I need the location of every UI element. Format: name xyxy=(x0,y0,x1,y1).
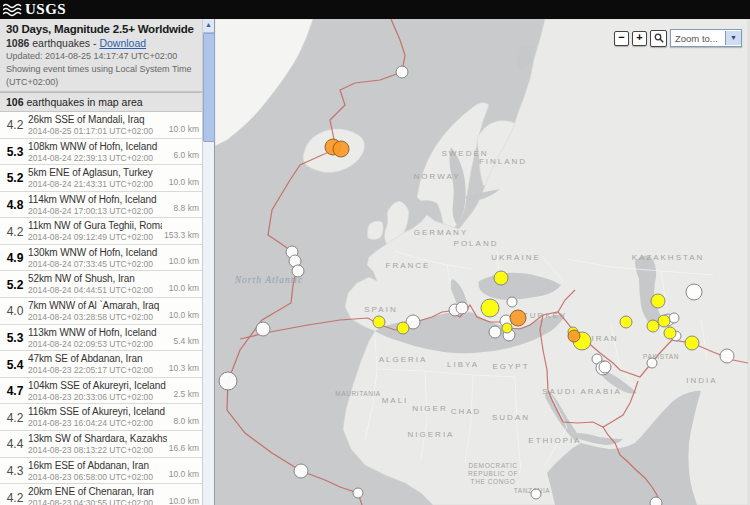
earthquake-marker[interactable] xyxy=(651,294,665,308)
zoom-in-button[interactable]: + xyxy=(632,31,647,46)
map-label: DEMOCRATIC xyxy=(468,462,517,469)
earthquake-marker[interactable] xyxy=(686,284,702,300)
earthquake-sidebar: 30 Days, Magnitude 2.5+ Worldwide 1086 e… xyxy=(0,19,215,505)
earthquake-marker[interactable] xyxy=(219,372,237,390)
earthquake-marker[interactable] xyxy=(456,302,468,314)
earthquake-marker[interactable] xyxy=(669,313,679,323)
earthquake-info: 116km SSE of Akureyri, Iceland2014-08-23… xyxy=(28,406,171,429)
earthquake-list-item[interactable]: 5.252km NW of Shush, Iran2014-08-24 04:4… xyxy=(0,271,203,298)
map-label: NIGER xyxy=(412,404,447,413)
earthquake-place: 116km SSE of Akureyri, Iceland xyxy=(28,406,171,417)
earthquake-info: 108km WNW of Hofn, Iceland2014-08-24 22:… xyxy=(28,141,171,164)
earthquake-depth: 16.6 km xyxy=(167,443,199,456)
earthquake-depth: 10.0 km xyxy=(167,124,199,137)
download-link[interactable]: Download xyxy=(99,37,146,49)
earthquake-marker[interactable] xyxy=(292,265,304,277)
earthquake-count-label: earthquakes - xyxy=(29,37,99,49)
earthquake-place: 104km SSE of Akureyri, Iceland xyxy=(28,380,171,391)
earthquake-depth: 8.0 km xyxy=(171,416,199,429)
earthquake-list-item[interactable]: 4.413km SW of Shardara, Kazakhstan2014-0… xyxy=(0,431,203,458)
earthquake-marker[interactable] xyxy=(664,327,676,339)
earthquake-marker[interactable] xyxy=(353,488,363,498)
earthquake-time: 2014-08-24 22:39:13 UTC+02:00 xyxy=(28,153,171,163)
earthquake-depth: 10.0 km xyxy=(167,256,199,269)
earthquake-marker[interactable] xyxy=(658,315,670,327)
timezone-note-line1: Showing event times using Local System T… xyxy=(6,64,197,75)
earthquake-marker[interactable] xyxy=(647,358,657,368)
map-label: MAURITANIA xyxy=(335,390,381,397)
earthquake-marker[interactable] xyxy=(294,464,308,478)
earthquake-depth: 2.5 km xyxy=(171,389,199,402)
earthquake-list-item[interactable]: 5.447km SE of Abdanan, Iran2014-08-23 22… xyxy=(0,351,203,378)
scrollbar-thumb[interactable] xyxy=(203,33,215,142)
earthquake-info: 11km NW of Gura Teghii, Romania2014-08-2… xyxy=(28,220,162,243)
earthquake-depth: 10.0 km xyxy=(167,496,199,505)
earthquake-count: 1086 xyxy=(6,37,29,49)
zoom-out-button[interactable]: − xyxy=(614,31,629,46)
earthquake-list-item[interactable]: 4.220km ENE of Chenaran, Iran2014-08-23 … xyxy=(0,484,203,505)
sidebar-content: 30 Days, Magnitude 2.5+ Worldwide 1086 e… xyxy=(0,19,203,505)
earthquake-marker[interactable] xyxy=(396,66,408,78)
earthquake-marker[interactable] xyxy=(256,322,270,336)
earthquake-place: 20km ENE of Chenaran, Iran xyxy=(28,486,167,497)
earthquake-marker[interactable] xyxy=(568,330,580,342)
earthquake-list-item[interactable]: 4.226km SSE of Mandali, Iraq2014-08-25 0… xyxy=(0,112,203,139)
usgs-logo[interactable]: USGS xyxy=(3,1,66,18)
sidebar-header: 30 Days, Magnitude 2.5+ Worldwide 1086 e… xyxy=(0,19,203,92)
earthquake-magnitude: 5.2 xyxy=(2,278,28,292)
earthquake-info: 47km SE of Abdanan, Iran2014-08-23 22:05… xyxy=(28,353,167,376)
map-label: LIBYA xyxy=(447,360,479,369)
earthquake-list-item[interactable]: 4.07km WNW of Al `Amarah, Iraq2014-08-24… xyxy=(0,298,203,325)
magnifier-icon xyxy=(654,33,664,43)
earthquake-marker[interactable] xyxy=(489,326,501,338)
earthquake-marker[interactable] xyxy=(397,322,409,334)
earthquake-info: 113km WNW of Hofn, Iceland2014-08-24 02:… xyxy=(28,327,171,350)
top-bar: USGS xyxy=(0,0,750,19)
map-label: INDIA xyxy=(686,376,717,385)
earthquake-marker[interactable] xyxy=(685,336,699,350)
zoom-to-dropdown[interactable]: Zoom to... ▼ xyxy=(670,29,742,47)
zoom-to-value: Zoom to... xyxy=(671,33,725,44)
earthquake-list-item[interactable]: 5.3108km WNW of Hofn, Iceland2014-08-24 … xyxy=(0,139,203,166)
usgs-logo-text: USGS xyxy=(25,1,66,18)
earthquake-time: 2014-08-23 04:30:55 UTC+02:00 xyxy=(28,498,167,505)
earthquake-marker[interactable] xyxy=(333,141,349,157)
map-label: ALGERIA xyxy=(379,355,428,364)
earthquake-marker[interactable] xyxy=(494,271,508,285)
earthquake-marker[interactable] xyxy=(373,316,385,328)
earthquake-marker[interactable] xyxy=(647,320,659,332)
map-label: GERMANY xyxy=(414,228,468,237)
chevron-down-icon[interactable]: ▼ xyxy=(725,31,741,45)
scrollbar-up-arrow[interactable]: ▲ xyxy=(203,19,214,33)
earthquake-list-item[interactable]: 5.3113km WNW of Hofn, Iceland2014-08-24 … xyxy=(0,325,203,352)
earthquake-marker[interactable] xyxy=(510,310,526,326)
earthquake-list-item[interactable]: 4.2116km SSE of Akureyri, Iceland2014-08… xyxy=(0,404,203,431)
earthquake-list-item[interactable]: 4.9130km WNW of Hofn, Iceland2014-08-24 … xyxy=(0,245,203,272)
map-label: FINLAND xyxy=(479,157,527,166)
earthquake-marker[interactable] xyxy=(650,497,662,505)
earthquake-marker[interactable] xyxy=(599,361,611,373)
world-map[interactable]: NORWAYSWEDENFINLANDGERMANYPOLANDUKRAINEF… xyxy=(215,19,750,505)
earthquake-list-item[interactable]: 5.25km ENE of Aglasun, Turkey2014-08-24 … xyxy=(0,165,203,192)
earthquake-list-item[interactable]: 4.8114km WNW of Hofn, Iceland2014-08-24 … xyxy=(0,192,203,219)
earthquake-marker[interactable] xyxy=(507,297,517,307)
earthquake-list-item[interactable]: 4.7104km SSE of Akureyri, Iceland2014-08… xyxy=(0,378,203,405)
earthquake-place: 52km NW of Shush, Iran xyxy=(28,273,167,284)
timezone-note-line2: (UTC+02:00) xyxy=(6,77,197,88)
earthquake-depth: 10.0 km xyxy=(167,469,199,482)
zoom-box-button[interactable] xyxy=(650,30,667,47)
earthquake-marker[interactable] xyxy=(620,316,632,328)
earthquake-place: 5km ENE of Aglasun, Turkey xyxy=(28,167,167,178)
earthquake-marker[interactable] xyxy=(502,323,512,333)
earthquake-marker[interactable] xyxy=(481,299,499,317)
earthquake-info: 7km WNW of Al `Amarah, Iraq2014-08-24 03… xyxy=(28,300,167,323)
earthquake-list: 4.226km SSE of Mandali, Iraq2014-08-25 0… xyxy=(0,112,203,505)
earthquake-marker[interactable] xyxy=(531,489,541,499)
map-label: CHAD xyxy=(451,407,482,416)
sidebar-scrollbar[interactable]: ▲ xyxy=(202,19,214,505)
map-area-count-label: earthquakes in map area xyxy=(24,96,143,108)
earthquake-marker[interactable] xyxy=(720,349,734,363)
earthquake-time: 2014-08-25 01:17:01 UTC+02:00 xyxy=(28,126,167,136)
earthquake-list-item[interactable]: 4.316km ESE of Abdanan, Iran2014-08-23 0… xyxy=(0,458,203,485)
earthquake-list-item[interactable]: 4.211km NW of Gura Teghii, Romania2014-0… xyxy=(0,218,203,245)
